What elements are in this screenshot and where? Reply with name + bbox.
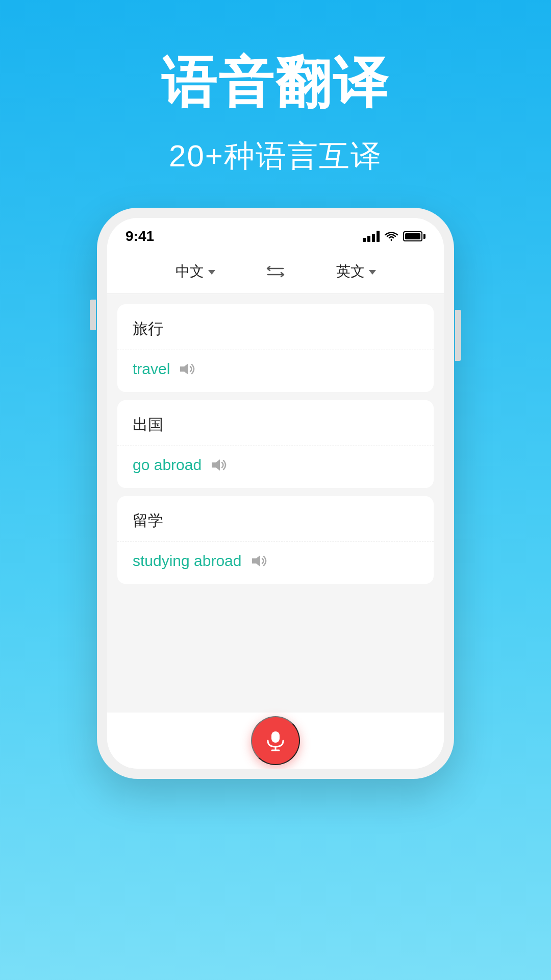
translation-card-2: 留学 studying abroad xyxy=(117,496,434,584)
translation-card-1: 出国 go abroad xyxy=(117,400,434,488)
mic-button[interactable] xyxy=(251,716,300,765)
hero-subtitle: 20+种语言互译 xyxy=(169,136,382,177)
battery-icon xyxy=(403,231,425,241)
mic-icon xyxy=(264,729,287,752)
source-language-chevron-icon xyxy=(208,270,215,275)
speaker-button-2[interactable] xyxy=(250,553,268,569)
result-text-2: studying abroad xyxy=(133,552,242,570)
phone-side-button-right xyxy=(455,310,461,361)
hero-title: 语音翻译 xyxy=(161,46,390,120)
translation-card-0: 旅行 travel xyxy=(117,304,434,392)
svg-marker-1 xyxy=(212,459,220,471)
status-icons xyxy=(363,231,425,242)
speaker-button-1[interactable] xyxy=(210,457,228,473)
result-row-2: studying abroad xyxy=(117,542,434,584)
target-language-chevron-icon xyxy=(369,270,376,275)
bottom-bar xyxy=(107,713,444,769)
result-row-1: go abroad xyxy=(117,446,434,488)
source-text-0: 旅行 xyxy=(117,304,434,350)
status-time: 9:41 xyxy=(126,228,154,244)
source-text-1: 出国 xyxy=(117,400,434,446)
swap-languages-button[interactable] xyxy=(263,259,288,284)
swap-icon xyxy=(265,264,286,279)
speaker-button-0[interactable] xyxy=(178,361,196,377)
signal-icon xyxy=(363,231,380,242)
phone-screen: 9:41 xyxy=(107,218,444,769)
source-text-2: 留学 xyxy=(117,496,434,542)
result-text-0: travel xyxy=(133,360,170,378)
svg-marker-2 xyxy=(252,555,260,567)
source-language-selector[interactable]: 中文 xyxy=(128,262,263,281)
svg-marker-0 xyxy=(180,363,188,375)
result-row-0: travel xyxy=(117,350,434,392)
result-text-1: go abroad xyxy=(133,456,202,474)
target-language-label: 英文 xyxy=(336,262,365,281)
translations-list: 旅行 travel 出国 go abroad xyxy=(107,294,444,713)
phone-frame: 9:41 xyxy=(97,208,454,779)
target-language-selector[interactable]: 英文 xyxy=(288,262,423,281)
wifi-icon xyxy=(385,231,398,241)
svg-rect-3 xyxy=(271,731,280,743)
source-language-label: 中文 xyxy=(176,262,204,281)
language-selector-bar: 中文 英文 xyxy=(107,250,444,294)
status-bar: 9:41 xyxy=(107,218,444,250)
phone-side-button-left xyxy=(90,300,96,330)
